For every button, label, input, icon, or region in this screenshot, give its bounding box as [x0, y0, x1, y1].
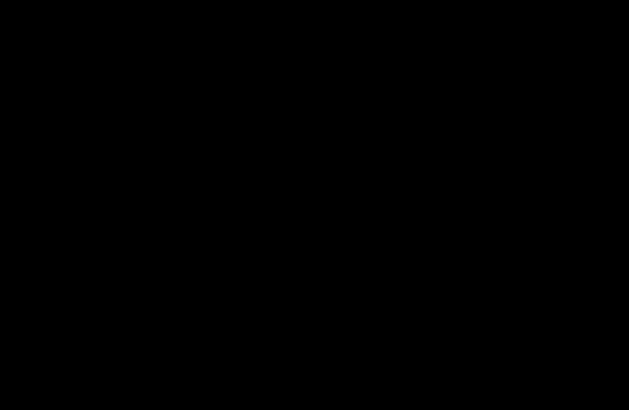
rch-spectrogram-canvas: [21, 250, 629, 405]
hrofft-window: [0, 0, 629, 410]
location-info-line: [178, 17, 629, 31]
rch-spectrogram-panel: [21, 250, 629, 405]
lch-receiver-info-line: [178, 31, 629, 45]
lch-spectrogram-panel: [21, 79, 629, 232]
rch-receiver-info-line: [178, 45, 629, 59]
lch-spectrogram-canvas: [21, 79, 629, 232]
observer-info-line: [178, 3, 629, 17]
